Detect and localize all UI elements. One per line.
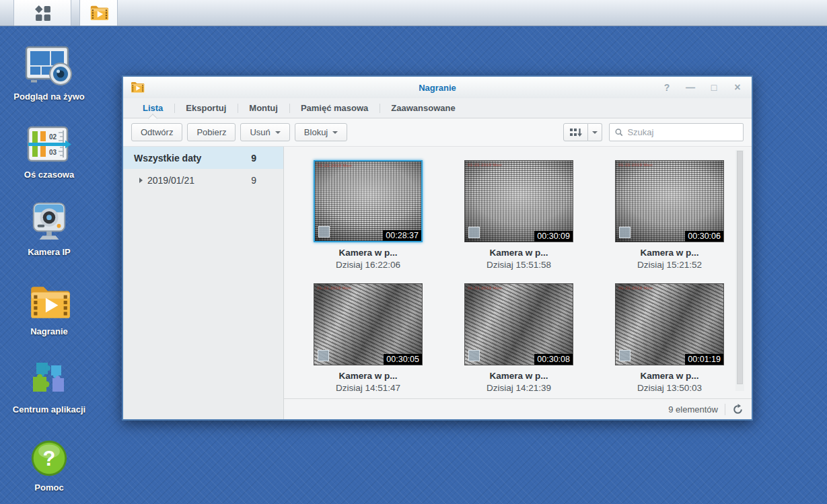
shortcut-nagranie[interactable]: Nagranie <box>4 279 94 336</box>
scrollbar-thumb[interactable] <box>737 151 743 384</box>
camera-name: Kamera w p... <box>464 371 573 381</box>
help-button[interactable]: ? <box>662 83 672 92</box>
shortcut-pomoc[interactable]: Pomoc <box>4 435 94 493</box>
shortcut-label: Centrum aplikacji <box>13 404 85 415</box>
shortcut-label: Podgląd na żywo <box>13 92 84 102</box>
recording-time: Dzisiaj 16:22:06 <box>314 260 423 270</box>
recording-checkbox[interactable] <box>318 226 330 238</box>
recording-checkbox[interactable] <box>468 227 480 238</box>
camera-osd-text: 01-21-2019 Mon <box>318 164 352 168</box>
recording-thumbnail[interactable]: 01-21-2019 Mon 00:30:06 <box>615 160 724 242</box>
divider <box>725 404 725 415</box>
search-input[interactable] <box>627 127 738 137</box>
recording-thumbnail[interactable]: 01-21-2019 Mon 00:01:19 <box>615 283 724 365</box>
tree-item-count: 9 <box>251 175 256 186</box>
usun-button[interactable]: Usuń <box>240 123 289 141</box>
recording-thumbnail[interactable]: 01-21-2019 Mon 00:30:09 <box>464 160 573 242</box>
close-button[interactable]: × <box>733 83 742 92</box>
camera-osd-text: 01-21-2019 Mon <box>317 286 351 291</box>
button-label: Usuń <box>250 127 270 137</box>
recording-checkbox[interactable] <box>619 350 631 361</box>
camera-osd-text: 01-21-2019 Mon <box>618 286 653 291</box>
duration-badge: 00:30:09 <box>534 231 573 242</box>
search-box <box>609 123 744 141</box>
status-bar: 9 elementów <box>284 398 752 419</box>
window-title: Nagranie <box>123 83 752 93</box>
recording-item[interactable]: 01-21-2019 Mon 00:30:05 Kamera w p... Dz… <box>314 283 423 398</box>
tab-pamiec-masowa[interactable]: Pamięć masowa <box>289 98 380 118</box>
expand-arrow-icon[interactable] <box>139 178 143 183</box>
application-center-icon <box>28 360 71 399</box>
duration-badge: 00:30:05 <box>384 354 422 365</box>
recording-item[interactable]: 01-21-2019 Mon 00:01:19 Kamera w p... Dz… <box>615 283 724 398</box>
shortcut-os-czasowa[interactable]: Oś czasowa <box>4 122 94 180</box>
view-mode-group <box>563 123 602 141</box>
tree-item-count: 9 <box>251 153 256 164</box>
chevron-down-icon <box>592 131 598 134</box>
camera-name: Kamera w p... <box>314 371 423 381</box>
recording-folder-icon <box>27 283 71 321</box>
recording-item[interactable]: 01-21-2019 Mon 00:30:09 Kamera w p... Dz… <box>464 160 573 275</box>
toolbar: Odtwórz Pobierz Usuń Blokuj <box>123 118 752 147</box>
pobierz-button[interactable]: Pobierz <box>187 123 236 141</box>
tree-item-all-dates[interactable]: Wszystkie daty 9 <box>123 147 283 169</box>
view-mode-dropdown-button[interactable] <box>588 123 602 141</box>
maximize-button[interactable]: □ <box>709 83 719 92</box>
camera-name: Kamera w p... <box>464 248 573 258</box>
tab-montuj[interactable]: Montuj <box>238 98 289 118</box>
recordings-content: 01-21-2019 Mon 00:28:37 Kamera w p... Dz… <box>284 147 752 419</box>
camera-osd-text: 01-21-2019 Mon <box>468 286 502 291</box>
view-mode-button[interactable] <box>563 123 588 141</box>
window-controls: ? — □ × <box>662 77 742 98</box>
titlebar[interactable]: Nagranie ? — □ × <box>123 77 752 98</box>
tab-eksportuj[interactable]: Eksportuj <box>174 98 238 118</box>
recording-checkbox[interactable] <box>468 350 480 361</box>
main-menu-button[interactable] <box>13 0 71 26</box>
recording-item[interactable]: 01-21-2019 Mon 00:30:06 Kamera w p... Dz… <box>615 160 724 275</box>
taskbar-item-nagranie[interactable] <box>79 0 118 26</box>
ip-camera-icon <box>28 201 70 242</box>
minimize-button[interactable]: — <box>686 83 695 92</box>
duration-badge: 00:28:37 <box>383 230 421 241</box>
recording-checkbox[interactable] <box>318 350 329 361</box>
timeline-icon <box>27 125 71 164</box>
refresh-button[interactable] <box>732 404 744 415</box>
recording-time: Dzisiaj 15:51:58 <box>464 260 573 270</box>
camera-osd-text: 01-21-2019 Mon <box>468 163 502 168</box>
recording-thumbnail[interactable]: 01-21-2019 Mon 00:30:05 <box>314 283 423 365</box>
app-grid-icon <box>34 5 51 22</box>
button-label: Blokuj <box>304 127 328 137</box>
blokuj-button[interactable]: Blokuj <box>295 123 347 141</box>
recording-folder-icon <box>130 81 145 94</box>
shortcut-label: Pomoc <box>34 482 63 493</box>
shortcut-podglad-na-zywo[interactable]: Podgląd na żywo <box>4 44 94 102</box>
chevron-down-icon <box>332 131 338 134</box>
shortcut-centrum-aplikacji[interactable]: Centrum aplikacji <box>4 357 94 415</box>
recording-folder-icon <box>89 4 109 22</box>
duration-badge: 00:01:19 <box>685 354 723 365</box>
recording-item[interactable]: 01-21-2019 Mon 00:30:08 Kamera w p... Dz… <box>464 283 573 398</box>
recording-thumbnail[interactable]: 01-21-2019 Mon 00:30:08 <box>464 283 573 365</box>
nagranie-window: Nagranie ? — □ × Lista Eksportuj Montuj … <box>122 75 753 421</box>
button-label: Odtwórz <box>141 127 173 137</box>
scrollbar[interactable] <box>735 150 744 391</box>
tab-zaawansowane[interactable]: Zaawansowane <box>380 98 466 118</box>
shortcut-label: Kamera IP <box>28 247 71 257</box>
live-view-icon <box>25 46 73 86</box>
tab-lista[interactable]: Lista <box>131 98 174 118</box>
recording-time: Dzisiaj 15:21:52 <box>615 260 724 270</box>
tree-item-2019-01-21[interactable]: 2019/01/21 9 <box>123 169 283 191</box>
tab-bar: Lista Eksportuj Montuj Pamięć masowa Zaa… <box>123 98 752 118</box>
recording-thumbnail[interactable]: 01-21-2019 Mon 00:28:37 <box>314 160 423 242</box>
recording-time: Dzisiaj 13:50:03 <box>615 383 724 393</box>
recording-checkbox[interactable] <box>619 227 631 238</box>
button-label: Pobierz <box>196 127 226 137</box>
date-tree-panel: Wszystkie daty 9 2019/01/21 9 <box>123 147 284 419</box>
camera-name: Kamera w p... <box>314 248 423 258</box>
help-icon <box>30 439 68 477</box>
recording-time: Dzisiaj 14:51:47 <box>314 383 423 393</box>
shortcut-kamera-ip[interactable]: Kamera IP <box>4 200 94 257</box>
odtworz-button[interactable]: Odtwórz <box>131 123 182 141</box>
recording-item[interactable]: 01-21-2019 Mon 00:28:37 Kamera w p... Dz… <box>314 160 423 275</box>
shortcut-label: Nagranie <box>30 326 68 336</box>
